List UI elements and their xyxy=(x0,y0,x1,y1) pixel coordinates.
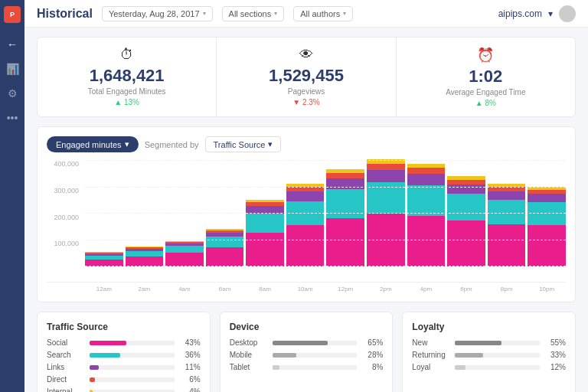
metric-icon-1: 👁 xyxy=(229,47,383,63)
chart-section: Engaged minutes ▾ Segmented by Traffic S… xyxy=(37,126,576,302)
metric-card-2: ⏰ 1:02 Average Engaged Time 8% xyxy=(397,38,575,116)
sidebar-icon-more[interactable]: ••• xyxy=(3,109,21,127)
bar-segment-links xyxy=(447,185,485,194)
stat-row: Social 43% xyxy=(47,338,201,347)
metric-label-0: Total Engaged Minutes xyxy=(50,87,204,96)
stat-label: Social xyxy=(47,338,85,347)
avatar[interactable] xyxy=(559,5,576,22)
bar-segment-search xyxy=(367,182,405,214)
bar-group-2 xyxy=(165,159,204,266)
sidebar-icon-back[interactable]: ← xyxy=(3,35,21,54)
metric-card-0: ⏱ 1,648,421 Total Engaged Minutes 13% xyxy=(38,38,217,116)
bar-segment-search xyxy=(488,200,526,224)
x-axis-label: 2pm xyxy=(367,286,405,292)
stat-label: Direct xyxy=(47,375,85,384)
stat-bar-container xyxy=(90,341,175,345)
sidebar: P ← 📊 ⚙ ••• xyxy=(0,0,24,392)
bar-segment-social xyxy=(528,225,566,266)
stat-row: Loyal 12% xyxy=(412,363,566,371)
bar-segment-search xyxy=(286,201,325,226)
x-axis-label: 6pm xyxy=(447,286,485,292)
stat-bar xyxy=(90,390,93,393)
x-axis-label: 8am xyxy=(246,286,284,292)
bar-segment-search xyxy=(126,251,164,257)
bar-group-6 xyxy=(326,159,364,266)
bar-segment-social xyxy=(447,220,485,266)
traffic-source-label: Traffic Source xyxy=(214,140,266,149)
engaged-minutes-label: Engaged minutes xyxy=(56,140,122,149)
sidebar-icon-settings[interactable]: ⚙ xyxy=(3,84,21,103)
stat-bar xyxy=(455,365,465,370)
traffic-source-caret: ▾ xyxy=(268,139,273,149)
bar-segment-direct xyxy=(367,164,405,170)
bar-group-10 xyxy=(488,159,526,266)
stat-bar-container xyxy=(455,353,540,358)
y-axis-label: 100,000 xyxy=(54,240,79,247)
stat-bar-container xyxy=(273,341,358,345)
y-axis: 400,000300,000200,000100,000 xyxy=(47,160,83,266)
bar-segment-links xyxy=(246,206,284,213)
chart-controls: Engaged minutes ▾ Segmented by Traffic S… xyxy=(47,136,566,152)
stat-bar xyxy=(273,353,296,358)
stat-row: Search 36% xyxy=(47,351,201,359)
author-filter[interactable]: All authors ▾ xyxy=(293,6,353,21)
loyalty-panel-title: Loyalty xyxy=(412,322,566,332)
x-axis-label: 10pm xyxy=(528,286,566,292)
bar-segment-links xyxy=(528,194,566,202)
bar-segment-social xyxy=(246,233,284,266)
metric-icon-2: ⏰ xyxy=(409,47,563,64)
bar-segment-search xyxy=(326,189,364,218)
device-panel: Device Desktop 65% Mobile 28% Tablet 8% xyxy=(220,312,394,392)
section-filter-caret: ▾ xyxy=(274,10,277,17)
site-name: aipips.com xyxy=(498,8,542,19)
bar-group-1 xyxy=(126,159,164,266)
stat-row: Internal 4% xyxy=(47,387,201,392)
metric-value-0: 1,648,421 xyxy=(50,66,204,86)
stat-label: Loyal xyxy=(412,363,450,371)
header: Historical Yesterday, Aug 28, 2017 ▾ All… xyxy=(24,0,588,28)
stat-row: Returning 33% xyxy=(412,351,566,359)
stat-bar-container xyxy=(90,377,175,382)
loyalty-panel: Loyalty New 55% Returning 33% Loyal 12% xyxy=(402,312,576,392)
date-filter-caret: ▾ xyxy=(203,10,206,17)
sidebar-icon-chart[interactable]: 📊 xyxy=(3,60,21,78)
metrics-row: ⏱ 1,648,421 Total Engaged Minutes 13% 👁 … xyxy=(37,37,576,117)
section-filter[interactable]: All sections ▾ xyxy=(222,6,285,21)
metric-change-1: 2.3% xyxy=(229,98,383,106)
x-axis-label: 8pm xyxy=(488,286,526,292)
engaged-minutes-button[interactable]: Engaged minutes ▾ xyxy=(47,136,139,152)
stat-pct: 12% xyxy=(544,363,566,371)
loyalty-stats: New 55% Returning 33% Loyal 12% xyxy=(412,338,566,371)
metric-label-2: Average Engaged Time xyxy=(409,88,563,96)
bar-segment-search xyxy=(407,185,446,216)
bar-group-7 xyxy=(367,159,405,266)
bar-segment-social xyxy=(126,256,164,266)
x-axis-label: 4am xyxy=(165,286,204,292)
stat-label: Mobile xyxy=(230,351,268,359)
author-filter-caret: ▾ xyxy=(343,10,346,17)
metric-card-1: 👁 1,529,455 Pageviews 2.3% xyxy=(217,38,396,116)
header-right: aipips.com ▾ xyxy=(498,5,576,22)
page-title: Historical xyxy=(37,7,93,21)
y-axis-label: 200,000 xyxy=(54,214,79,221)
stat-pct: 65% xyxy=(361,338,383,347)
traffic-source-button[interactable]: Traffic Source ▾ xyxy=(205,136,282,152)
stat-bar-container xyxy=(455,365,540,370)
bar-segment-social xyxy=(367,214,405,266)
metric-icon-0: ⏱ xyxy=(50,47,204,63)
date-filter[interactable]: Yesterday, Aug 28, 2017 ▾ xyxy=(102,6,213,21)
bar-segment-search xyxy=(447,194,485,220)
stat-label: Tablet xyxy=(230,363,268,371)
metric-label-1: Pageviews xyxy=(229,87,383,96)
bar-group-5 xyxy=(286,159,325,266)
traffic-source-panel: Traffic Source Social 43% Search 36% Lin… xyxy=(37,312,211,392)
stat-bar xyxy=(90,341,126,345)
bar-group-3 xyxy=(206,159,244,266)
stat-bar-container xyxy=(455,341,540,345)
logo[interactable]: P xyxy=(4,6,21,23)
x-axis-label: 12am xyxy=(85,286,123,292)
y-axis-label: 300,000 xyxy=(54,187,79,194)
stat-bar-container xyxy=(90,390,175,393)
device-stats: Desktop 65% Mobile 28% Tablet 8% xyxy=(230,338,384,371)
bar-segment-social xyxy=(286,225,325,266)
